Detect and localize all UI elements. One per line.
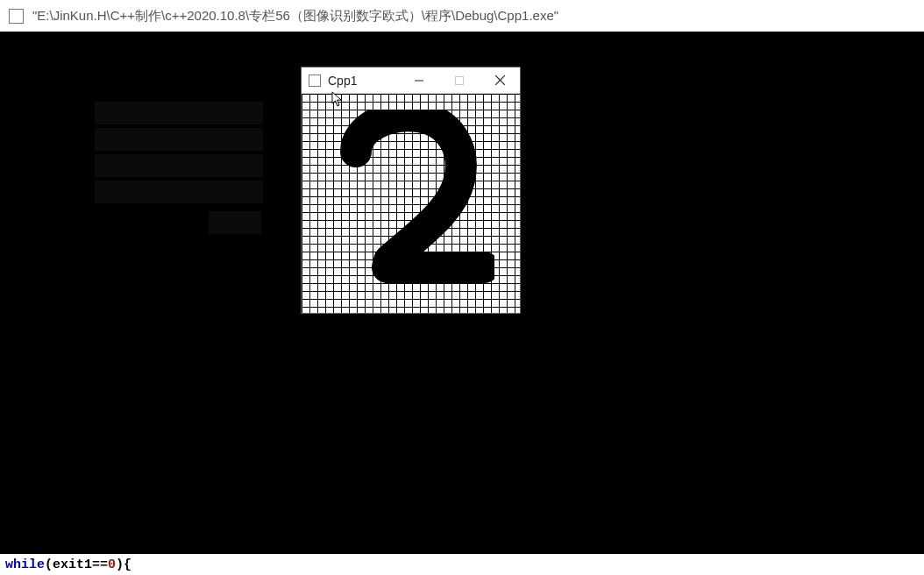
console-client-area: Cpp1 bbox=[0, 32, 924, 554]
console-trace bbox=[95, 102, 263, 124]
close-button[interactable] bbox=[480, 67, 520, 93]
console-app-icon bbox=[9, 9, 24, 24]
graphics-window[interactable]: Cpp1 bbox=[301, 67, 521, 314]
code-number: 0 bbox=[108, 557, 116, 572]
code-keyword: while bbox=[5, 557, 45, 572]
console-trace bbox=[95, 154, 263, 177]
drawing-canvas[interactable] bbox=[302, 94, 520, 313]
console-trace bbox=[209, 211, 261, 234]
console-trace bbox=[95, 128, 263, 151]
graphics-window-titlebar[interactable]: Cpp1 bbox=[302, 67, 520, 94]
console-window-title: "E:\JinKun.H\C++制作\c++2020.10.8\专栏56（图像识… bbox=[32, 8, 558, 25]
console-trace bbox=[95, 181, 263, 203]
graphics-app-icon bbox=[309, 75, 321, 87]
minimize-button[interactable] bbox=[399, 67, 439, 93]
graphics-window-title: Cpp1 bbox=[328, 74, 357, 88]
code-fragment: ){ bbox=[116, 557, 131, 572]
maximize-button[interactable] bbox=[439, 67, 480, 93]
source-code-line: while(exit1==0){ bbox=[0, 554, 924, 575]
handwritten-digit bbox=[337, 110, 494, 302]
console-window-titlebar[interactable]: "E:\JinKun.H\C++制作\c++2020.10.8\专栏56（图像识… bbox=[0, 0, 924, 32]
code-fragment: (exit1== bbox=[45, 557, 108, 572]
svg-rect-1 bbox=[456, 76, 464, 84]
